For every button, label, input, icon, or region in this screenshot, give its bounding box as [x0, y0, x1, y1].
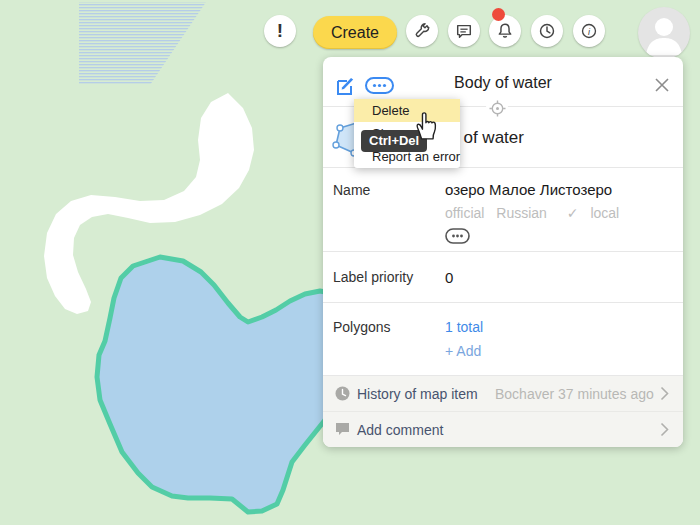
- attr-official: official: [445, 205, 484, 221]
- create-label: Create: [331, 24, 379, 42]
- user-avatar[interactable]: [638, 7, 690, 59]
- comment-icon: [455, 22, 473, 40]
- notification-badge: [492, 8, 505, 21]
- name-label: Name: [333, 182, 370, 198]
- bell-icon: [496, 22, 514, 40]
- close-icon: [654, 77, 670, 93]
- name-more-button[interactable]: [445, 228, 470, 244]
- chevron-right-icon: [660, 422, 669, 437]
- polygons-label: Polygons: [333, 319, 391, 335]
- add-comment-label: Add comment: [357, 422, 443, 438]
- create-button[interactable]: Create: [313, 16, 397, 49]
- add-comment-row[interactable]: Add comment: [323, 412, 683, 448]
- polygons-add-link[interactable]: + Add: [445, 343, 481, 359]
- history-row[interactable]: History of map item Bochaver 37 minutes …: [323, 376, 683, 412]
- label-priority-value: 0: [445, 269, 453, 286]
- history-meta: Bochaver 37 minutes ago: [495, 386, 654, 402]
- info-button[interactable]: i: [573, 15, 605, 47]
- history-button[interactable]: [531, 15, 563, 47]
- svg-text:i: i: [588, 27, 591, 37]
- center-map-handle[interactable]: [486, 97, 508, 119]
- check-icon: ✓: [567, 205, 579, 221]
- attr-local: local: [590, 205, 619, 221]
- comments-button[interactable]: [448, 15, 480, 47]
- info-icon: i: [580, 22, 598, 40]
- close-button[interactable]: [654, 77, 670, 93]
- name-attributes: official Russian ✓ local: [445, 205, 627, 221]
- menu-item-delete[interactable]: Delete: [354, 99, 460, 122]
- ellipsis-icon: [445, 228, 470, 244]
- name-row: Name озеро Малое Листозеро official Russ…: [323, 168, 683, 252]
- history-label: History of map item: [357, 386, 478, 402]
- label-priority-label: Label priority: [333, 269, 413, 285]
- wrench-icon: [413, 22, 431, 40]
- name-value: озеро Малое Листозеро: [445, 181, 612, 198]
- person-icon: [638, 7, 690, 59]
- tools-button[interactable]: [406, 15, 438, 47]
- attr-language: Russian: [496, 205, 547, 221]
- crosshair-icon: [489, 100, 506, 117]
- shortcut-tooltip: Ctrl+Del: [361, 130, 427, 152]
- panel-footer: History of map item Bochaver 37 minutes …: [323, 375, 683, 447]
- alert-label: !: [277, 20, 283, 42]
- polygons-total-link[interactable]: 1 total: [445, 319, 483, 335]
- label-priority-row: Label priority 0: [323, 252, 683, 303]
- comment-icon: [335, 422, 350, 436]
- chevron-right-icon: [660, 386, 669, 401]
- alert-button[interactable]: !: [264, 15, 296, 47]
- clock-icon: [538, 22, 556, 40]
- clock-icon: [335, 386, 350, 401]
- map-editor-screen: ! Create i: [0, 0, 700, 525]
- panel-title: Body of water: [323, 74, 683, 92]
- polygons-row: Polygons 1 total + Add: [323, 303, 683, 375]
